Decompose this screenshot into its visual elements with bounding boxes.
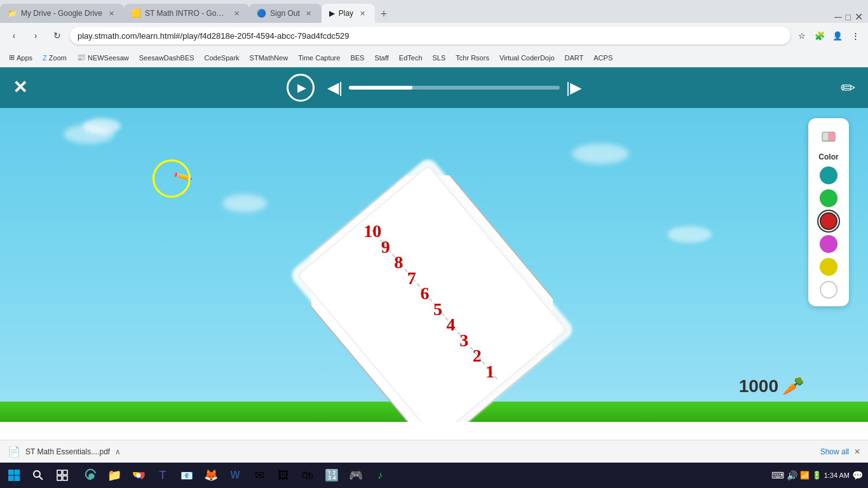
show-all-button[interactable]: Show all xyxy=(820,447,849,456)
edge-taskbar-icon[interactable] xyxy=(79,464,102,487)
tab-icon-signout: 🔵 xyxy=(257,9,266,18)
keyboard-icon[interactable]: ⌨ xyxy=(771,470,784,480)
clock-display[interactable]: 1:34 AM xyxy=(824,471,850,480)
bookmark-codespark[interactable]: CodeSpark xyxy=(201,53,243,63)
extensions-icon[interactable]: 🧩 xyxy=(812,28,827,43)
maximize-btn[interactable]: □ xyxy=(846,12,851,22)
windows-icon xyxy=(8,469,20,482)
new-tab-button[interactable]: + xyxy=(375,5,393,23)
color-purple[interactable] xyxy=(820,235,837,253)
minimize-btn[interactable]: ─ xyxy=(834,11,841,23)
tab-icon: 🟨 xyxy=(132,9,141,18)
tab-play[interactable]: ▶ Play ✕ xyxy=(322,4,375,23)
search-icon xyxy=(32,470,44,481)
file-explorer-icon[interactable]: 📁 xyxy=(103,464,126,487)
toolbar-center: ▶ ◀| |▶ xyxy=(27,74,841,102)
battery-icon[interactable]: 🔋 xyxy=(812,471,822,480)
svg-rect-14 xyxy=(63,476,67,480)
store-icon[interactable]: 🛍 xyxy=(296,464,319,487)
eraser-icon xyxy=(820,126,837,144)
annotation-pencil-button[interactable]: ✏ xyxy=(841,78,855,98)
bookmark-timecapture[interactable]: Time Capture xyxy=(294,53,344,63)
number-1: 1 xyxy=(485,362,494,382)
tab-my-drive[interactable]: 📁 My Drive - Google Drive ✕ xyxy=(0,4,124,23)
color-panel: Color xyxy=(808,118,849,306)
color-green[interactable] xyxy=(820,189,837,207)
color-white[interactable] xyxy=(820,281,837,299)
tab-close-play[interactable]: ✕ xyxy=(357,8,367,18)
file-info: 📄 ST Math Essentials....pdf ∧ xyxy=(8,445,121,458)
filename: ST Math Essentials....pdf xyxy=(25,447,110,456)
chrome-taskbar-icon[interactable] xyxy=(127,464,150,487)
number-board[interactable]: 1 2 3 4 5 6 7 8 9 10 xyxy=(311,175,553,422)
bookmark-edtech[interactable]: EdTech xyxy=(395,53,426,63)
bookmark-zoom[interactable]: Z Zoom xyxy=(39,53,71,63)
cloud-4 xyxy=(572,144,629,164)
profile-icon[interactable]: 👤 xyxy=(830,28,845,43)
play-icon: ▶ xyxy=(297,81,306,95)
teams-icon[interactable]: T xyxy=(151,464,174,487)
svg-rect-3 xyxy=(829,132,835,141)
toolbar-right: ✏ xyxy=(841,78,855,98)
tab-close-slides[interactable]: ✕ xyxy=(231,8,241,18)
bookmark-tchr[interactable]: Tchr Rsors xyxy=(452,53,493,63)
bookmark-stmath[interactable]: STMathNew xyxy=(246,53,292,63)
firefox-icon[interactable]: 🦊 xyxy=(200,464,222,487)
bookmark-sls[interactable]: SLS xyxy=(429,53,450,63)
tab-title: My Drive - Google Drive xyxy=(21,9,102,18)
spotify-icon[interactable]: ♪ xyxy=(369,464,391,487)
tab-close[interactable]: ✕ xyxy=(106,8,116,18)
back-button[interactable]: ‹ xyxy=(5,27,23,44)
eraser-button[interactable] xyxy=(820,126,837,147)
bookmark-apps[interactable]: ⊞ Apps xyxy=(5,52,36,63)
tab-slides[interactable]: 🟨 ST Math INTRO - Google Slides ✕ xyxy=(124,4,249,23)
file-close-button[interactable]: ✕ xyxy=(854,447,860,456)
game-play-button[interactable]: ▶ xyxy=(287,74,315,102)
color-yellow[interactable] xyxy=(820,258,837,276)
file-pdf-icon: 📄 xyxy=(8,445,20,458)
calculator-icon[interactable]: 🔢 xyxy=(320,464,343,487)
tab-title-signout: Sign Out xyxy=(270,9,300,18)
bookmark-newseesaw[interactable]: 📰 NEWSeesaw xyxy=(73,52,133,63)
bookmark-dart[interactable]: DART xyxy=(561,53,588,63)
search-taskbar-button[interactable] xyxy=(27,464,50,487)
network-icon[interactable]: 📶 xyxy=(800,471,810,480)
gamepad-icon[interactable]: 🎮 xyxy=(344,464,367,487)
tab-title-play: Play xyxy=(339,9,353,18)
chrome-icons: ☆ 🧩 👤 ⋮ xyxy=(794,28,863,43)
bookmark-staff[interactable]: Staff xyxy=(370,53,392,63)
edge-icon xyxy=(83,468,97,482)
bookmark-star-icon[interactable]: ☆ xyxy=(794,28,810,43)
word-icon[interactable]: W xyxy=(224,464,247,487)
mail-icon[interactable]: ✉ xyxy=(248,464,271,487)
bookmark-seesaw[interactable]: SeesawDashBES xyxy=(135,53,198,63)
forward-button[interactable]: › xyxy=(27,27,44,44)
bookmark-virtual-coder[interactable]: Virtual CoderDojo xyxy=(496,53,559,63)
progress-container: ◀| |▶ xyxy=(327,79,581,97)
tab-close-signout[interactable]: ✕ xyxy=(304,8,314,18)
menu-icon[interactable]: ⋮ xyxy=(848,28,863,43)
start-button[interactable] xyxy=(3,464,25,487)
photos-icon[interactable]: 🖼 xyxy=(272,464,295,487)
progress-back-button[interactable]: ◀| xyxy=(327,79,342,97)
game-close-button[interactable]: ✕ xyxy=(13,79,27,97)
color-red[interactable] xyxy=(820,212,837,230)
volume-icon[interactable]: 🔊 xyxy=(787,470,797,480)
outlook-icon[interactable]: 📧 xyxy=(175,464,198,487)
tab-sign-out[interactable]: 🔵 Sign Out ✕ xyxy=(249,4,322,23)
progress-forward-button[interactable]: |▶ xyxy=(566,79,581,97)
file-chevron-icon[interactable]: ∧ xyxy=(115,447,121,456)
bookmark-acps[interactable]: ACPS xyxy=(590,53,616,63)
task-view-button[interactable] xyxy=(51,464,74,487)
address-input[interactable] xyxy=(70,27,790,44)
color-teal[interactable] xyxy=(820,166,837,184)
notifications-icon[interactable]: 💬 xyxy=(852,470,863,480)
close-window-btn[interactable]: ✕ xyxy=(855,11,863,23)
svg-rect-11 xyxy=(57,470,62,475)
taskbar-center: 📁 T 📧 🦊 W ✉ xyxy=(76,464,766,487)
reload-button[interactable]: ↻ xyxy=(48,27,66,44)
bookmark-bes[interactable]: BES xyxy=(346,53,368,63)
number-2: 2 xyxy=(473,346,482,366)
progress-fill xyxy=(349,86,412,90)
toolbar-left: ✕ xyxy=(13,79,27,97)
